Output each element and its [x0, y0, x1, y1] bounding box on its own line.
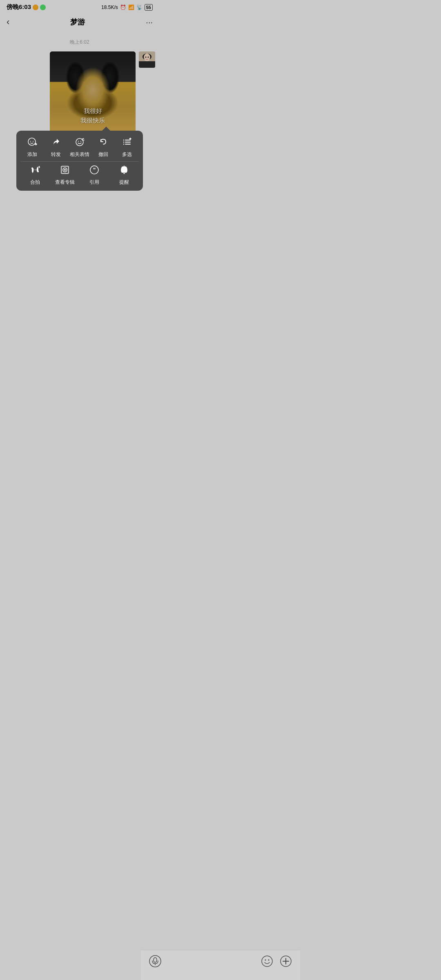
- svg-rect-33: [123, 173, 125, 174]
- menu-label-multiselect: 多选: [122, 151, 132, 158]
- svg-point-9: [33, 141, 33, 142]
- menu-item-add[interactable]: 添加: [21, 137, 44, 158]
- menu-label-related-emoji: 相关表情: [70, 151, 89, 158]
- revoke-icon: [98, 137, 108, 149]
- menu-item-forward[interactable]: 转发: [45, 137, 67, 158]
- menu-item-view-album[interactable]: 查看专辑: [53, 165, 76, 186]
- svg-line-15: [82, 138, 84, 139]
- svg-point-23: [31, 167, 33, 169]
- menu-label-collab: 合拍: [30, 179, 40, 186]
- svg-point-14: [80, 141, 81, 142]
- menu-label-quote: 引用: [89, 179, 99, 186]
- menu-label-view-album: 查看专辑: [55, 179, 75, 186]
- svg-point-30: [64, 169, 66, 171]
- svg-point-20: [123, 140, 124, 140]
- svg-point-8: [30, 141, 31, 142]
- menu-item-related-emoji[interactable]: 相关表情: [68, 137, 91, 158]
- menu-label-forward: 转发: [51, 151, 61, 158]
- menu-row-2: 合拍 查看专辑 " 引用: [20, 165, 139, 186]
- menu-item-remind[interactable]: 提醒: [113, 165, 136, 186]
- remind-icon: [119, 165, 129, 176]
- svg-point-21: [123, 142, 124, 143]
- related-emoji-icon: [75, 137, 85, 149]
- svg-point-24: [37, 171, 39, 172]
- context-menu: 添加 转发 相关表情: [16, 131, 143, 191]
- forward-icon: [51, 137, 61, 149]
- menu-item-revoke[interactable]: 撤回: [92, 137, 115, 158]
- menu-item-collab[interactable]: 合拍: [24, 165, 47, 186]
- menu-label-add: 添加: [27, 151, 37, 158]
- svg-point-7: [28, 138, 36, 145]
- collab-icon: [30, 165, 40, 176]
- quote-icon: ": [89, 165, 99, 176]
- add-emoji-icon: [27, 137, 37, 149]
- menu-row-1: 添加 转发 相关表情: [20, 137, 139, 158]
- multiselect-icon: [122, 137, 132, 149]
- svg-point-12: [76, 138, 83, 146]
- view-album-icon: [60, 165, 70, 176]
- svg-point-13: [78, 141, 79, 142]
- menu-item-quote[interactable]: " 引用: [83, 165, 106, 186]
- svg-point-22: [123, 144, 124, 145]
- menu-item-multiselect[interactable]: 多选: [116, 137, 138, 158]
- menu-label-remind: 提醒: [119, 179, 129, 186]
- menu-divider: [20, 161, 139, 162]
- svg-text:": ": [93, 167, 96, 173]
- menu-label-revoke: 撤回: [98, 151, 108, 158]
